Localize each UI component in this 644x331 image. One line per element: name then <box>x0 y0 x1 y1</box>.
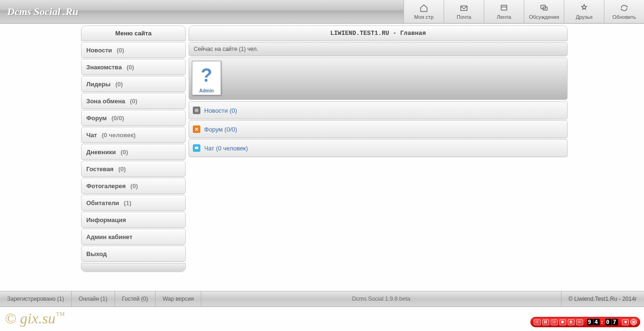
sidebar-item-label: Форум <box>86 115 107 122</box>
nav-label: Лента <box>497 14 511 20</box>
player-record-button[interactable] <box>622 319 629 325</box>
sidebar-item-chat[interactable]: Чат(0 человек) <box>81 127 186 143</box>
content-link-label: Форум (0/0) <box>204 126 237 133</box>
sidebar-item-count: (0) <box>116 81 123 88</box>
sidebar-item-guestbook[interactable]: Гостевая(0) <box>81 161 186 177</box>
footer-copyright: © Liwiend.Test1.Ru - 2014г <box>561 291 644 307</box>
content-link-forum[interactable]: Форум (0/0) <box>189 120 568 138</box>
sidebar-item-admin[interactable]: Админ кабинет <box>81 229 186 245</box>
forum-icon <box>193 125 200 133</box>
sidebar-footer <box>81 263 186 272</box>
sidebar-item-dating[interactable]: Знакомства(0) <box>81 59 186 75</box>
footer-online[interactable]: Онлайн (1) <box>72 291 115 307</box>
sidebar-item-diaries[interactable]: Дневники(0) <box>81 144 186 160</box>
sidebar-item-logout[interactable]: Выход <box>81 246 186 262</box>
sidebar-item-label: Лидеры <box>86 81 111 88</box>
footer: Зарегистрировано (1) Онлайн (1) Гостей (… <box>0 291 644 307</box>
sidebar-item-news[interactable]: Новости(0) <box>81 42 186 58</box>
svg-point-10 <box>624 321 627 323</box>
sidebar-item-count: (0/0) <box>111 115 124 122</box>
sidebar-item-count: (0) <box>131 182 138 190</box>
player-eject-button[interactable] <box>568 319 575 325</box>
sidebar-item-count: (0 человек) <box>102 132 136 139</box>
sidebar-item-count: (0) <box>126 64 134 71</box>
refresh-icon <box>619 4 629 13</box>
main-content: Меню сайта Новости(0) Знакомства(0) Лиде… <box>0 24 644 288</box>
top-nav: Моя стр Почта Лента Обсуждения Друзья Об… <box>404 0 644 24</box>
sidebar-item-label: Обитатели <box>86 199 119 207</box>
sidebar-item-count: (0) <box>121 149 128 156</box>
nav-discussions[interactable]: Обсуждения <box>524 0 564 24</box>
player-shuffle-button[interactable] <box>576 319 583 325</box>
nav-label: Обсуждения <box>529 14 559 20</box>
nav-mail[interactable]: Почта <box>444 0 484 24</box>
sidebar-item-count: (1) <box>124 199 132 207</box>
online-status: Сейчас на сайте (1) чел. <box>189 42 568 56</box>
footer-wap[interactable]: Wap версия <box>156 291 201 307</box>
header: Dcms Social .Ru Моя стр Почта Лента Обсу… <box>0 0 644 24</box>
content-link-label: Чат (0 человек) <box>204 145 248 152</box>
player-stop-button[interactable] <box>559 319 566 325</box>
friends-icon <box>579 4 589 13</box>
footer-guests[interactable]: Гостей (0) <box>115 291 156 307</box>
nav-label: Почта <box>457 14 471 20</box>
nav-friends[interactable]: Друзья <box>564 0 604 24</box>
user-name: Admin <box>194 88 219 93</box>
sidebar-item-info[interactable]: Информация <box>81 212 186 228</box>
player-prev-button[interactable] <box>534 319 541 325</box>
chat-icon <box>193 144 200 152</box>
nav-my-page[interactable]: Моя стр <box>404 0 444 24</box>
sidebar-item-residents[interactable]: Обитатели(1) <box>81 195 186 211</box>
sidebar-item-label: Информация <box>86 216 126 223</box>
footer-version: Dcms Social 1.9.8 beta <box>201 296 561 302</box>
sidebar-title: Меню сайта <box>81 25 186 41</box>
nav-label: Моя стр <box>414 14 433 20</box>
sidebar-item-label: Зона обмена <box>86 98 125 105</box>
svg-rect-6 <box>195 147 198 149</box>
footer-registered[interactable]: Зарегистрировано (1) <box>0 291 72 307</box>
player-pause-button[interactable] <box>542 319 549 325</box>
player-next-button[interactable] <box>551 319 558 325</box>
sidebar-item-label: Новости <box>86 47 112 54</box>
nav-label: Обновить <box>612 14 636 20</box>
user-card[interactable]: ? Admin <box>192 61 221 95</box>
sidebar-item-leaders[interactable]: Лидеры(0) <box>81 76 186 92</box>
home-icon <box>419 4 429 13</box>
site-title: Dcms Social .Ru <box>0 6 78 18</box>
content-area: LIWIEND.TEST1.RU - Главная Сейчас на сай… <box>189 25 568 288</box>
nav-refresh[interactable]: Обновить <box>604 0 644 24</box>
avatar-placeholder-icon: ? <box>194 63 219 87</box>
feed-icon <box>499 4 509 13</box>
page-title: LIWIEND.TEST1.RU - Главная <box>189 25 568 41</box>
player-close-button[interactable]: ✕ <box>630 319 637 325</box>
sidebar: Меню сайта Новости(0) Знакомства(0) Лиде… <box>81 25 186 288</box>
player-time: 94:07 <box>585 319 620 325</box>
content-link-chat[interactable]: Чат (0 человек) <box>189 139 568 157</box>
sidebar-item-label: Админ кабинет <box>86 233 132 240</box>
sidebar-item-label: Дневники <box>86 149 116 156</box>
watermark: © gix.su™ <box>5 310 65 327</box>
mail-icon <box>459 4 469 13</box>
svg-rect-1 <box>501 5 507 10</box>
nav-feed[interactable]: Лента <box>484 0 524 24</box>
svg-point-5 <box>195 108 198 112</box>
sidebar-item-forum[interactable]: Форум(0/0) <box>81 110 186 126</box>
content-link-news[interactable]: Новости (0) <box>189 101 568 119</box>
svg-rect-8 <box>546 321 547 323</box>
users-online-block: ? Admin <box>189 58 568 100</box>
sidebar-item-label: Выход <box>86 250 107 257</box>
content-link-label: Новости (0) <box>204 107 237 114</box>
media-player: 94:07 ✕ <box>530 317 640 327</box>
sidebar-item-gallery[interactable]: Фотогалерея(0) <box>81 178 186 194</box>
sidebar-item-label: Знакомства <box>86 64 122 71</box>
sidebar-item-label: Чат <box>86 132 97 139</box>
sidebar-item-exchange[interactable]: Зона обмена(0) <box>81 93 186 109</box>
sidebar-item-label: Фотогалерея <box>86 182 126 190</box>
news-icon <box>193 107 200 114</box>
svg-rect-9 <box>561 321 564 323</box>
discuss-icon <box>539 4 549 13</box>
sidebar-item-label: Гостевая <box>86 166 114 173</box>
sidebar-item-count: (0) <box>118 166 126 173</box>
sidebar-item-count: (0) <box>117 47 124 54</box>
sidebar-item-count: (0) <box>130 98 138 105</box>
